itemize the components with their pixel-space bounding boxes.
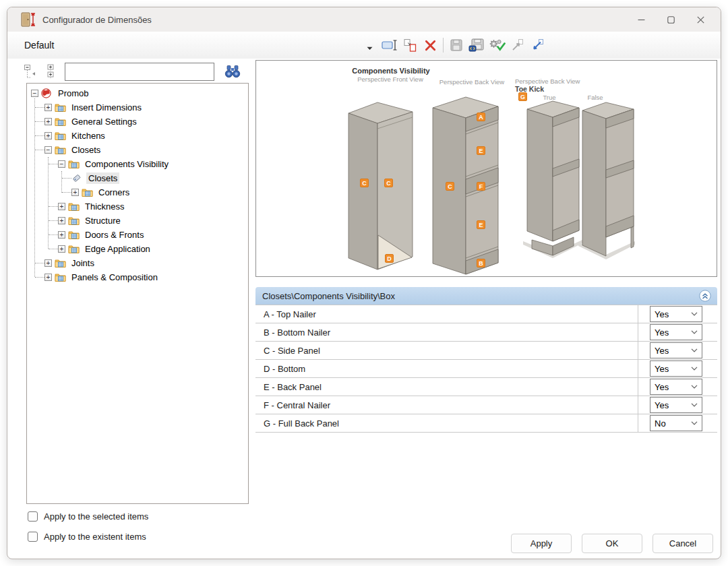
tree-item-label: Closets: [86, 172, 119, 184]
property-select-b-bottom-nailer[interactable]: Yes: [650, 324, 702, 340]
maximize-button[interactable]: [656, 7, 686, 32]
save-to-database-icon: [468, 38, 485, 53]
apply-button[interactable]: Apply: [511, 534, 572, 553]
folder-icon: [68, 230, 80, 240]
property-label: B - Bottom Nailer: [255, 327, 638, 338]
property-row-f-central-nailer: F - Central NailerYes: [255, 396, 717, 414]
apply-configuration-button[interactable]: [487, 36, 507, 55]
chevron-down-icon: [691, 367, 698, 371]
save-profile-button[interactable]: [446, 36, 466, 55]
tree-expander-plus[interactable]: +: [44, 104, 52, 111]
tree-item-components-visibility[interactable]: −Components Visibility: [27, 157, 248, 171]
tree-item-label: Closets: [69, 144, 102, 156]
collapse-panel-button[interactable]: [699, 290, 711, 302]
cancel-button[interactable]: Cancel: [653, 534, 713, 553]
tree-expander-minus[interactable]: −: [58, 160, 65, 168]
close-button[interactable]: [686, 7, 715, 32]
tree-expander-plus[interactable]: +: [58, 203, 65, 210]
property-value-cell: Yes: [638, 305, 717, 323]
tree-connector: [49, 164, 58, 164]
toolbar-separator: [443, 38, 444, 53]
property-select-f-central-nailer[interactable]: Yes: [650, 397, 702, 413]
property-select-a-top-nailer[interactable]: Yes: [650, 306, 702, 322]
property-select-d-bottom[interactable]: Yes: [650, 360, 702, 377]
tree-item-thickness[interactable]: +Thickness: [27, 199, 248, 214]
folder-icon: [55, 102, 67, 113]
tree-expander-plus[interactable]: +: [58, 231, 65, 239]
tree-item-doors-fronts[interactable]: +Doors & Fronts: [27, 228, 248, 242]
property-label: G - Full Back Panel: [255, 418, 638, 429]
tree-item-general-settings[interactable]: +General Settings: [27, 115, 248, 129]
apply-existent-checkbox[interactable]: Apply to the existent items: [28, 530, 146, 542]
tree-item-insert-dimensions[interactable]: +Insert Dimensions: [27, 100, 248, 115]
search-input[interactable]: [65, 63, 214, 81]
property-label: F - Central Nailer: [255, 400, 638, 410]
property-row-e-back-panel: E - Back PanelYes: [255, 378, 717, 396]
folder-icon: [68, 216, 80, 226]
property-select-value: Yes: [650, 400, 691, 410]
tree-item-structure[interactable]: +Structure: [27, 214, 248, 228]
tree-expander-plus[interactable]: +: [71, 189, 79, 196]
tree-expander-plus[interactable]: +: [58, 245, 65, 253]
property-value-cell: Yes: [638, 378, 717, 396]
property-value-cell: Yes: [638, 342, 717, 360]
rename-profile-button[interactable]: [380, 36, 400, 55]
property-select-e-back-panel[interactable]: Yes: [650, 379, 702, 395]
titlebar[interactable]: Configurador de Dimensões: [7, 7, 721, 32]
find-button[interactable]: [223, 63, 242, 80]
property-select-g-full-back-panel[interactable]: No: [650, 415, 702, 431]
property-select-c-side-panel[interactable]: Yes: [650, 342, 702, 358]
copy-to-profile-button[interactable]: [527, 36, 547, 55]
properties-path: Closets\Components Visibility\Box: [262, 291, 395, 301]
dimension-configurator-dialog: Configurador de Dimensões Default: [7, 7, 721, 559]
collapse-all-button[interactable]: [22, 63, 38, 80]
property-select-value: Yes: [650, 346, 691, 356]
tree-expander-minus[interactable]: −: [44, 146, 52, 154]
apply-selected-label: Apply to the selected items: [44, 511, 148, 522]
folder-icon: [68, 244, 80, 254]
tree-item-promob[interactable]: −Promob: [27, 86, 248, 100]
tree-expander-plus[interactable]: +: [44, 118, 52, 125]
expand-all-button[interactable]: [44, 63, 60, 80]
apply-selected-checkbox[interactable]: Apply to the selected items: [28, 510, 148, 522]
binoculars-icon: [224, 65, 241, 78]
delete-profile-button[interactable]: [420, 36, 440, 55]
tree-expander-minus[interactable]: −: [31, 90, 38, 97]
tree-item-label: Insert Dimensions: [69, 102, 144, 113]
duplicate-profile-button[interactable]: [400, 36, 420, 55]
ok-button[interactable]: OK: [582, 534, 642, 553]
tree-expander-plus[interactable]: +: [58, 217, 65, 224]
property-label: C - Side Panel: [255, 346, 638, 356]
minimize-button[interactable]: [626, 7, 656, 32]
copy-from-profile-button[interactable]: [507, 36, 527, 55]
tree-item-closets[interactable]: Closets: [27, 171, 248, 185]
tree-item-kitchens[interactable]: +Kitchens: [27, 129, 248, 143]
tree-item-panels-composition[interactable]: +Panels & Composition: [27, 270, 248, 284]
tree-item-corners[interactable]: +Corners: [27, 185, 248, 199]
folder-icon: [82, 187, 94, 197]
property-row-c-side-panel: C - Side PanelYes: [255, 342, 717, 360]
expand-all-icon: [47, 64, 57, 79]
tree-expander-plus[interactable]: +: [44, 132, 52, 139]
save-to-database-button[interactable]: [466, 36, 487, 55]
close-icon: [697, 16, 704, 24]
tree-expander-plus[interactable]: +: [44, 274, 52, 281]
tree-item-edge-application[interactable]: +Edge Application: [27, 242, 248, 256]
tree-connector: [35, 121, 44, 122]
double-chevron-up-icon: [699, 290, 711, 302]
toe-kick-false-label: False: [582, 94, 609, 101]
preview-panel: Components Visibility Perspective Front …: [255, 60, 717, 277]
tree-item-label: Thickness: [83, 201, 127, 212]
settings-tree: −Promob+Insert Dimensions+General Settin…: [26, 83, 249, 504]
tree-item-joints[interactable]: +Joints: [27, 256, 248, 270]
profile-combobox[interactable]: Default: [7, 32, 377, 59]
tree-connector: [62, 192, 71, 193]
component-marker-e: E: [477, 146, 485, 155]
tree-expander-plus[interactable]: +: [44, 259, 52, 267]
save-profile-icon: [450, 38, 463, 52]
tree-connector: [49, 234, 58, 235]
property-value-cell: Yes: [638, 323, 717, 342]
tree-item-label: General Settings: [69, 116, 139, 127]
folder-icon: [55, 258, 67, 268]
tree-item-closets[interactable]: −Closets: [27, 143, 248, 157]
